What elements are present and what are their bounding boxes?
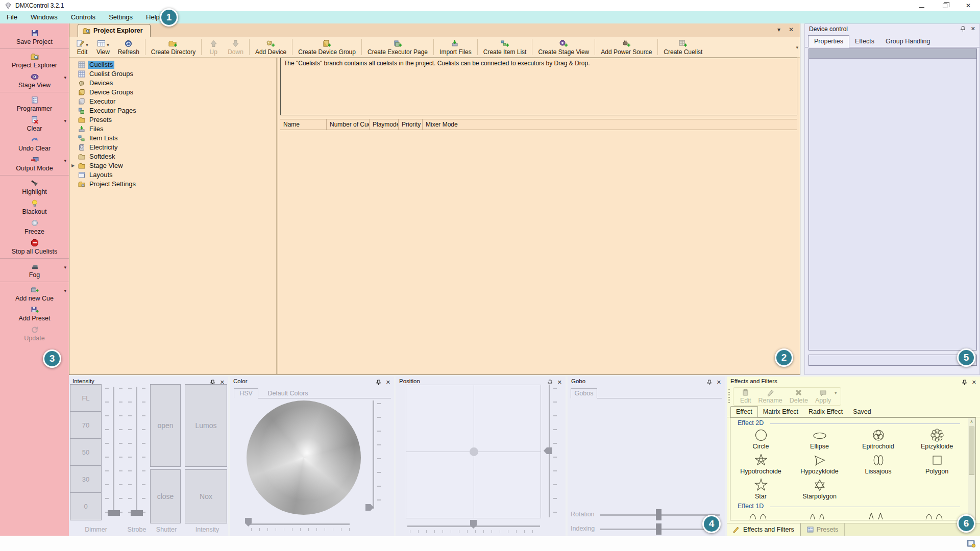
tab-properties[interactable]: Properties — [808, 35, 849, 47]
saturation-slider-handle[interactable] — [245, 518, 252, 527]
indexing-slider-handle[interactable] — [656, 523, 662, 535]
column-header-number-of-cues[interactable]: Number of Cues — [327, 119, 370, 130]
sidebar-item-fog[interactable]: Fog ▾ — [0, 260, 69, 280]
pin-icon[interactable] — [706, 380, 712, 386]
wave-effect-icon[interactable] — [805, 513, 834, 519]
dimmer-50-button[interactable]: 50 — [70, 438, 102, 466]
log-book-icon[interactable] — [967, 539, 976, 548]
tree-item-files[interactable]: Files — [69, 124, 276, 134]
toolbar-create-directory-button[interactable]: Create Directory — [147, 37, 200, 57]
sidebar-item-freeze[interactable]: Freeze — [0, 217, 69, 237]
wave-effect-icon[interactable] — [747, 513, 775, 519]
toolbar-create-item-list-button[interactable]: Create Item List — [479, 37, 531, 57]
tree-item-softdesk[interactable]: Softdesk — [69, 152, 276, 161]
tab-matrix-effect[interactable]: Matrix Effect — [758, 407, 803, 417]
chevron-down-icon[interactable]: ▾ — [64, 75, 66, 80]
tab-close-icon[interactable]: ✕ — [789, 26, 794, 33]
tree-splitter[interactable] — [276, 58, 278, 374]
tree-item-layouts[interactable]: Layouts — [69, 170, 276, 180]
intensity-nox-button[interactable]: Nox — [185, 469, 227, 523]
effect-list-scrollbar[interactable]: ∧ — [968, 418, 975, 519]
chevron-down-icon[interactable]: ▾ — [64, 265, 66, 270]
tab-default-colors[interactable]: Default Colors — [260, 388, 315, 398]
toolbar-import-files-button[interactable]: Import Files — [435, 37, 476, 57]
strobe-slider-track[interactable] — [136, 387, 137, 515]
toolbar-create-executor-page-button[interactable]: Create Executor Page — [363, 37, 432, 57]
sidebar-item-add-preset[interactable]: Add Preset — [0, 304, 69, 323]
effect-item-circle[interactable]: Circle — [731, 427, 790, 452]
pin-icon[interactable] — [962, 380, 967, 386]
column-header-priority[interactable]: Priority — [399, 119, 423, 130]
tree-item-presets[interactable]: Presets — [69, 115, 276, 124]
pan-tilt-pad[interactable] — [406, 385, 541, 518]
wave-effect-icon[interactable] — [923, 513, 951, 519]
tab-project-explorer[interactable]: Project Explorer — [78, 24, 151, 37]
pan-tilt-position-dot[interactable] — [470, 447, 478, 456]
tree-item-devices[interactable]: Devices — [69, 79, 276, 88]
panel-close-icon[interactable]: ✕ — [971, 26, 975, 32]
sidebar-item-programmer[interactable]: Programmer — [0, 94, 69, 114]
expander-icon[interactable]: ▶ — [71, 163, 75, 168]
value-slider-track[interactable] — [373, 400, 374, 509]
sidebar-item-undo-clear[interactable]: Undo Clear — [0, 134, 69, 154]
toolbar-refresh-button[interactable]: Refresh — [114, 37, 143, 57]
column-header-name[interactable]: Name — [280, 119, 327, 130]
tree-item-device-groups[interactable]: Device Groups — [69, 88, 276, 97]
toolbar-view-button[interactable]: ▾ View — [92, 37, 114, 57]
sidebar-item-highlight[interactable]: Highlight — [0, 177, 69, 197]
chevron-down-icon[interactable]: ▾ — [64, 158, 66, 163]
effect-item-hypotrochoide[interactable]: Hypotrochoide — [731, 452, 790, 477]
toolbar-drag-handle[interactable] — [728, 389, 730, 405]
effect-item-epitrochoid[interactable]: Epitrochoid — [849, 427, 908, 452]
effect-item-starpolygon[interactable]: Starpolygon — [790, 477, 849, 502]
rotation-slider-handle[interactable] — [656, 509, 662, 520]
tree-item-item-lists[interactable]: Item Lists — [69, 134, 276, 143]
restore-button[interactable] — [933, 0, 957, 11]
apply-chevron-icon[interactable]: ▾ — [835, 391, 837, 395]
shutter-open-button[interactable]: open — [150, 384, 181, 467]
sidebar-item-output-mode[interactable]: Output Mode ▾ — [0, 154, 69, 173]
panel-close-icon[interactable]: ✕ — [972, 378, 976, 387]
tree-item-electricity[interactable]: Electricity — [69, 143, 276, 152]
scrollbar-thumb[interactable] — [969, 427, 974, 475]
chevron-down-icon[interactable]: ▾ — [107, 43, 109, 47]
toolbar-create-stage-view-button[interactable]: Create Stage View — [534, 37, 593, 57]
tab-radix-effect[interactable]: Radix Effect — [803, 407, 848, 417]
bottom-tab-effects-and-filters[interactable]: Effects and Filters — [727, 523, 801, 536]
menu-settings[interactable]: Settings — [102, 11, 139, 23]
effect-item-epizykloide[interactable]: Epizykloide — [908, 427, 966, 452]
pan-slider-handle[interactable] — [470, 520, 477, 529]
toolbar-create-cuelist-button[interactable]: Create Cuelist — [659, 37, 706, 57]
panel-close-icon[interactable]: ✕ — [386, 378, 390, 387]
toolbar-add-power-source-button[interactable]: Add Power Source — [597, 37, 656, 57]
column-header-mixer-mode[interactable]: Mixer Mode — [423, 119, 797, 130]
dimmer-30-button[interactable]: 30 — [70, 465, 102, 493]
dimmer-slider-track[interactable] — [113, 387, 114, 515]
toolbar-edit-button[interactable]: ▾ Edit — [72, 37, 92, 57]
tree-item-executor-pages[interactable]: Executor Pages — [69, 106, 276, 115]
chevron-down-icon[interactable]: ▾ — [64, 118, 66, 123]
hsv-color-wheel[interactable] — [247, 400, 361, 515]
tilt-slider-handle[interactable] — [544, 447, 552, 454]
tab-saved[interactable]: Saved — [848, 407, 876, 417]
dimmer-full-button[interactable]: FL — [70, 384, 102, 412]
chevron-down-icon[interactable]: ▾ — [64, 288, 66, 293]
tree-item-executor[interactable]: Executor — [69, 97, 276, 106]
tab-group-handling[interactable]: Group Handling — [880, 36, 936, 47]
wave-effect-icon[interactable] — [864, 513, 893, 519]
chevron-down-icon[interactable]: ▾ — [86, 43, 88, 47]
sidebar-item-blackout[interactable]: Blackout — [0, 197, 69, 217]
sidebar-item-stage-view[interactable]: Stage View ▾ — [0, 70, 69, 90]
tree-item-project-settings[interactable]: Project Settings — [69, 180, 276, 189]
effect-item-lissajous[interactable]: Lissajous — [849, 452, 908, 477]
tab-gobos[interactable]: Gobos — [571, 388, 597, 398]
intensity-lumos-button[interactable]: Lumos — [185, 384, 227, 467]
tree-item-cuelists[interactable]: Cuelists — [69, 60, 276, 69]
menu-controls[interactable]: Controls — [64, 11, 102, 23]
sidebar-item-clear[interactable]: Clear ▾ — [0, 114, 69, 134]
tree-item-stage-view[interactable]: ▶Stage View — [69, 161, 276, 170]
effect-item-hypozykloide[interactable]: Hypozykloide — [790, 452, 849, 477]
toolbar-add-device-button[interactable]: Add Device — [251, 37, 290, 57]
dimmer-70-button[interactable]: 70 — [70, 411, 102, 439]
pin-icon[interactable] — [960, 26, 966, 32]
